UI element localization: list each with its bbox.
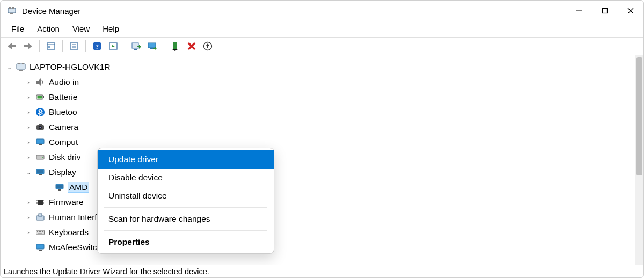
svg-rect-0 [8, 8, 16, 13]
svg-rect-68 [40, 231, 41, 232]
svg-text:?: ? [96, 43, 99, 50]
svg-rect-54 [58, 189, 61, 191]
svg-marker-20 [112, 45, 115, 47]
menu-action[interactable]: Action [32, 22, 65, 35]
svg-rect-39 [43, 96, 44, 98]
device-manager-window: Device Manager File Action View Help ? [0, 0, 644, 278]
help-button[interactable]: ? [90, 39, 104, 53]
speaker-icon [35, 77, 46, 87]
keyboard-icon [35, 227, 46, 238]
svg-marker-32 [206, 43, 209, 48]
uninstall-device-button[interactable] [201, 39, 215, 53]
scan-hardware-button[interactable] [145, 39, 159, 53]
svg-marker-9 [24, 43, 32, 49]
svg-rect-66 [37, 231, 38, 232]
tree-node-batteries[interactable]: › Batterie [6, 90, 635, 105]
chevron-right-icon[interactable]: › [25, 139, 32, 145]
chevron-right-icon[interactable]: › [25, 214, 32, 221]
bluetooth-icon [35, 107, 46, 118]
node-label: Disk driv [49, 152, 80, 162]
chevron-down-icon[interactable]: ⌄ [6, 64, 12, 71]
chevron-right-icon[interactable]: › [25, 124, 32, 130]
maximize-button[interactable] [592, 1, 618, 21]
back-button[interactable] [5, 39, 19, 53]
svg-rect-52 [37, 170, 43, 173]
svg-point-49 [42, 157, 43, 158]
chevron-right-icon[interactable]: › [25, 199, 32, 206]
svg-rect-3 [10, 13, 13, 14]
svg-rect-67 [39, 231, 40, 232]
node-label: Comput [49, 137, 78, 147]
update-driver-toolbar-button[interactable] [129, 39, 143, 53]
context-menu: Update driver Disable device Uninstall d… [97, 148, 274, 254]
svg-rect-69 [42, 231, 43, 232]
svg-rect-5 [603, 9, 608, 13]
device-tree[interactable]: ⌄ LAPTOP-HGLOVK1R › Audio in › Batterie … [1, 55, 635, 265]
show-hidden-devices-button[interactable] [44, 39, 58, 53]
svg-rect-1 [9, 7, 11, 9]
svg-rect-64 [39, 214, 42, 216]
node-label: Audio in [49, 77, 79, 87]
scrollbar-thumb[interactable] [636, 57, 642, 175]
context-item-uninstall-device[interactable]: Uninstall device [98, 187, 274, 205]
battery-icon [35, 92, 46, 103]
svg-rect-51 [39, 174, 42, 175]
chevron-right-icon[interactable]: › [25, 94, 32, 100]
monitor-icon [35, 242, 46, 253]
disable-device-button[interactable] [185, 39, 199, 53]
chevron-right-icon[interactable]: › [25, 109, 32, 115]
app-icon [7, 6, 17, 16]
close-button[interactable] [618, 1, 643, 21]
menu-file[interactable]: File [6, 22, 30, 35]
svg-rect-40 [38, 96, 42, 99]
svg-rect-71 [36, 244, 44, 249]
svg-rect-72 [39, 250, 42, 251]
vertical-scrollbar[interactable] [635, 55, 643, 265]
enable-device-button[interactable] [169, 39, 182, 53]
monitor-icon [35, 137, 46, 148]
svg-rect-70 [38, 233, 42, 234]
svg-rect-46 [36, 139, 44, 144]
toolbar: ? [1, 37, 643, 55]
menu-view[interactable]: View [67, 22, 95, 35]
computer-icon [16, 62, 26, 72]
root-label: LAPTOP-HGLOVK1R [30, 62, 110, 72]
context-item-properties[interactable]: Properties [98, 233, 274, 251]
tree-root[interactable]: ⌄ LAPTOP-HGLOVK1R [6, 60, 635, 75]
node-label: McAfeeSwitch [49, 243, 101, 252]
menubar: File Action View Help [1, 21, 643, 37]
menu-help[interactable]: Help [97, 22, 125, 35]
tree-node-audio[interactable]: › Audio in [6, 75, 635, 90]
camera-icon [35, 122, 46, 133]
minimize-button[interactable] [566, 1, 592, 21]
svg-marker-37 [36, 78, 41, 86]
svg-rect-35 [22, 63, 24, 64]
chevron-right-icon[interactable]: › [25, 154, 32, 160]
svg-rect-21 [132, 43, 138, 48]
properties-button[interactable] [67, 39, 81, 53]
toolbar-separator [85, 40, 86, 52]
tree-node-cameras[interactable]: › Camera [6, 120, 635, 135]
display-adapter-icon [54, 182, 65, 193]
chevron-down-icon[interactable]: ⌄ [25, 169, 32, 176]
svg-rect-22 [134, 49, 137, 50]
forward-button[interactable] [21, 39, 35, 53]
toolbar-separator [39, 40, 40, 52]
context-item-disable-device[interactable]: Disable device [98, 169, 274, 187]
statusbar: Launches the Update Driver Wizard for th… [1, 265, 643, 277]
svg-rect-2 [12, 7, 14, 9]
statusbar-text: Launches the Update Driver Wizard for th… [4, 267, 209, 276]
chevron-right-icon[interactable]: › [25, 79, 32, 85]
context-separator [104, 207, 267, 208]
scan-changes-button[interactable] [106, 39, 120, 53]
node-label: Display [49, 167, 76, 177]
context-separator [104, 230, 267, 231]
node-label: Camera [49, 122, 78, 132]
tree-node-bluetooth[interactable]: › Bluetoo [6, 105, 635, 120]
context-item-scan-hardware[interactable]: Scan for hardware changes [98, 210, 274, 228]
context-item-update-driver[interactable]: Update driver [98, 150, 274, 169]
toolbar-separator [164, 40, 164, 52]
chevron-right-icon[interactable]: › [25, 229, 32, 236]
svg-marker-28 [172, 49, 178, 51]
window-title: Device Manager [22, 6, 80, 16]
